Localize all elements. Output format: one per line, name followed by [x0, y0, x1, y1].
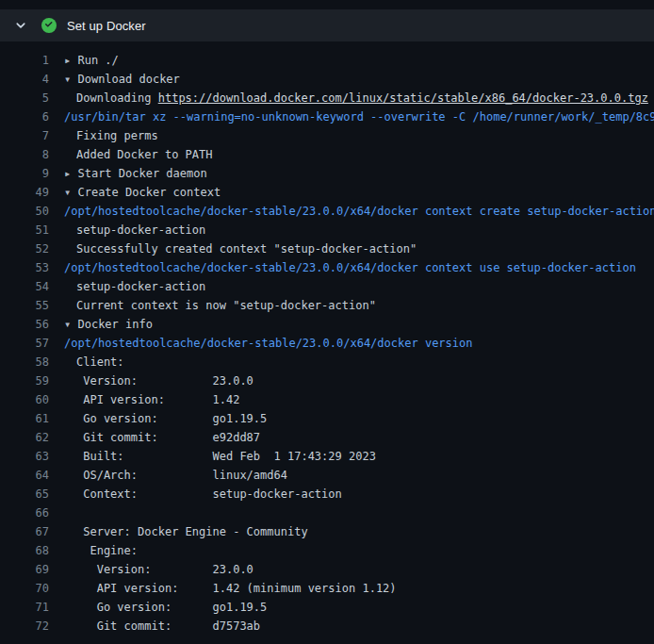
- log-text-segment: Downloading: [76, 91, 158, 105]
- log-line-number[interactable]: 69: [0, 560, 49, 579]
- log-line: 55Current context is now "setup-docker-a…: [0, 296, 654, 315]
- log-line: 56▾ Docker info: [0, 315, 654, 334]
- log-line: 58Client:: [0, 353, 654, 372]
- log-line: 67 Server: Docker Engine - Community: [0, 522, 654, 541]
- log-line-number[interactable]: 61: [0, 409, 49, 428]
- log-line: 62 Git commit: e92dd87: [0, 428, 654, 447]
- log-line: 57/opt/hostedtoolcache/docker-stable/23.…: [0, 334, 654, 353]
- log-line-text: API version: 1.42: [49, 390, 654, 409]
- command-text: /usr/bin/tar xz --warning=no-unknown-key…: [64, 110, 654, 124]
- log-line-text: Version: 23.0.0: [49, 560, 654, 579]
- log-line-text: Added Docker to PATH: [49, 145, 654, 164]
- log-line-text: Go version: go1.19.5: [49, 409, 654, 428]
- log-text: Fixing perms: [76, 129, 158, 142]
- log-line: 59 Version: 23.0.0: [0, 372, 654, 390]
- log-line-text[interactable]: ▸ Start Docker daemon: [49, 164, 654, 183]
- log-line: 64 OS/Arch: linux/amd64: [0, 466, 654, 485]
- log-line-number[interactable]: 64: [0, 466, 49, 485]
- log-line-number[interactable]: 55: [0, 296, 49, 315]
- log-line-number[interactable]: 63: [0, 447, 49, 466]
- log-line: 68 Engine:: [0, 541, 654, 560]
- log-text: Git commit: e92dd87: [76, 431, 260, 444]
- group-expanded-triangle-icon[interactable]: ▾: [64, 318, 77, 331]
- log-line-number[interactable]: 58: [0, 353, 49, 372]
- log-line-number[interactable]: 56: [0, 315, 49, 334]
- group-title: Download docker: [77, 73, 179, 86]
- log-line-number[interactable]: 49: [0, 183, 49, 202]
- log-line-text: Version: 23.0.0: [49, 372, 654, 390]
- chevron-down-icon[interactable]: [13, 18, 28, 33]
- log-line: 1▸ Run ./: [0, 51, 654, 70]
- log-text: API version: 1.42 (minimum version 1.12): [76, 582, 397, 595]
- log-line-text: Fixing perms: [49, 126, 654, 145]
- log-line-number[interactable]: 59: [0, 372, 49, 390]
- log-text: Context: setup-docker-action: [76, 487, 342, 501]
- log-line-number[interactable]: 54: [0, 277, 49, 296]
- group-title: Run ./: [77, 54, 118, 67]
- log-line-text: /opt/hostedtoolcache/docker-stable/23.0.…: [49, 334, 654, 353]
- group-collapsed-triangle-icon[interactable]: ▸: [64, 167, 77, 180]
- log-line-text[interactable]: ▾ Create Docker context: [49, 183, 654, 202]
- log-line-number[interactable]: 57: [0, 334, 49, 353]
- log-line: 60 API version: 1.42: [0, 390, 654, 409]
- log-line-text: Client:: [49, 353, 654, 372]
- log-line-text: Downloading https://download.docker.com/…: [49, 89, 654, 107]
- log-line-number[interactable]: 65: [0, 485, 49, 504]
- log-line-number[interactable]: 6: [0, 107, 49, 126]
- log-line-number[interactable]: 71: [0, 598, 49, 617]
- log-line-text: Context: setup-docker-action: [49, 485, 654, 504]
- log-line-number[interactable]: 60: [0, 390, 49, 409]
- log-line-text: Server: Docker Engine - Community: [49, 522, 654, 541]
- log-panel: 1▸ Run ./4▾ Download docker5Downloading …: [0, 41, 654, 644]
- log-line: 65 Context: setup-docker-action: [0, 485, 654, 504]
- log-line-number[interactable]: 72: [0, 617, 49, 636]
- log-line: 69 Version: 23.0.0: [0, 560, 654, 579]
- log-text: Added Docker to PATH: [76, 148, 213, 161]
- log-line-number[interactable]: 51: [0, 221, 49, 239]
- command-text: /opt/hostedtoolcache/docker-stable/23.0.…: [64, 205, 654, 218]
- log-line-text: setup-docker-action: [49, 221, 654, 239]
- log-line: 63 Built: Wed Feb 1 17:43:29 2023: [0, 447, 654, 466]
- log-line-number[interactable]: 53: [0, 258, 49, 277]
- log-text: Successfully created context "setup-dock…: [76, 242, 417, 256]
- log-line: 5Downloading https://download.docker.com…: [0, 89, 654, 107]
- log-text: OS/Arch: linux/amd64: [76, 469, 287, 482]
- log-line-text[interactable]: ▾ Download docker: [49, 70, 654, 89]
- log-link[interactable]: https://download.docker.com/linux/static…: [158, 91, 648, 105]
- group-expanded-triangle-icon[interactable]: ▾: [64, 186, 77, 199]
- group-expanded-triangle-icon[interactable]: ▾: [64, 73, 77, 86]
- log-line: 8Added Docker to PATH: [0, 145, 654, 164]
- log-line: 70 API version: 1.42 (minimum version 1.…: [0, 579, 654, 598]
- log-line: 6/usr/bin/tar xz --warning=no-unknown-ke…: [0, 107, 654, 126]
- log-line-number[interactable]: 5: [0, 89, 49, 107]
- log-line-number[interactable]: 62: [0, 428, 49, 447]
- log-text: setup-docker-action: [76, 223, 205, 237]
- log-line-number[interactable]: 70: [0, 579, 49, 598]
- log-line-number[interactable]: 7: [0, 126, 49, 145]
- log-text: Version: 23.0.0: [76, 374, 253, 388]
- log-line-number[interactable]: 4: [0, 70, 49, 89]
- log-line-number[interactable]: 68: [0, 541, 49, 560]
- log-line-number[interactable]: 1: [0, 51, 49, 70]
- log-line-number[interactable]: 9: [0, 164, 49, 183]
- log-line-number[interactable]: 66: [0, 504, 49, 522]
- log-line-number[interactable]: 8: [0, 145, 49, 164]
- log-line-text: /opt/hostedtoolcache/docker-stable/23.0.…: [49, 258, 654, 277]
- log-line-number[interactable]: 67: [0, 522, 49, 541]
- log-line-number[interactable]: 52: [0, 239, 49, 258]
- log-line: 54setup-docker-action: [0, 277, 654, 296]
- log-text: Go version: go1.19.5: [76, 601, 267, 614]
- log-line: 53/opt/hostedtoolcache/docker-stable/23.…: [0, 258, 654, 277]
- log-line-text[interactable]: ▸ Run ./: [49, 51, 654, 70]
- log-line: 4▾ Download docker: [0, 70, 654, 89]
- log-line-number[interactable]: 50: [0, 202, 49, 221]
- log-lines: 1▸ Run ./4▾ Download docker5Downloading …: [0, 51, 654, 636]
- log-text: Built: Wed Feb 1 17:43:29 2023: [76, 450, 376, 463]
- step-header-set-up-docker[interactable]: Set up Docker: [0, 9, 654, 41]
- log-line: 72 Git commit: d7573ab: [0, 617, 654, 636]
- log-text: Current context is now "setup-docker-act…: [76, 299, 376, 312]
- log-line: 51setup-docker-action: [0, 221, 654, 239]
- log-line-text[interactable]: ▾ Docker info: [49, 315, 654, 334]
- log-line-text: Current context is now "setup-docker-act…: [49, 296, 654, 315]
- group-collapsed-triangle-icon[interactable]: ▸: [64, 54, 77, 67]
